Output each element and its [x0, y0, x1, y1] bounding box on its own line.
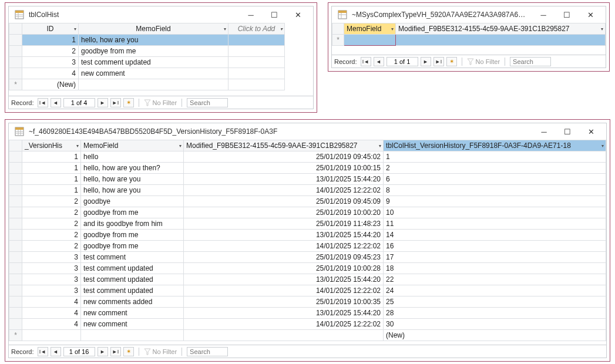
column-header[interactable]: Click to Add▾ [228, 23, 285, 35]
cell-id[interactable]: 9 [384, 196, 606, 207]
cell-memo[interactable] [79, 79, 228, 90]
cell-memo[interactable]: new comment [81, 308, 184, 319]
row-selector[interactable] [9, 263, 22, 274]
cell-version[interactable]: 3 [22, 252, 81, 263]
cell-empty[interactable] [228, 46, 285, 57]
row-selector[interactable] [9, 308, 22, 319]
row-selector[interactable] [9, 230, 22, 241]
cell-id[interactable]: 1 [384, 151, 606, 163]
grid-scroll[interactable]: ID▾MemoField▾Click to Add▾ 1 hello, how … [9, 23, 313, 96]
cell-memo[interactable] [81, 330, 184, 341]
cell-id[interactable]: 8 [384, 185, 606, 196]
table-row[interactable]: 3 test comment updated 13/01/2025 15:44:… [9, 274, 606, 285]
cell-id[interactable]: 24 [384, 285, 606, 296]
nav-next-button[interactable]: ► [421, 57, 431, 66]
row-selector[interactable] [9, 196, 22, 207]
row-selector[interactable] [9, 252, 22, 263]
table-row[interactable]: 4 new comment 14/01/2025 12:22:02 30 [9, 319, 606, 330]
nav-position-input[interactable] [387, 57, 418, 66]
cell-version[interactable]: 2 [22, 218, 81, 230]
nav-first-button[interactable]: I◄ [38, 98, 48, 107]
cell-memo[interactable]: goodbye from me [81, 241, 184, 252]
dropdown-icon[interactable]: ▾ [601, 26, 603, 32]
cell-id[interactable]: 1 [22, 35, 79, 46]
row-selector[interactable] [9, 57, 22, 68]
cell-memo[interactable]: hello, how are you [81, 185, 184, 196]
cell-memo[interactable]: test comment updated [81, 274, 184, 285]
cell-id[interactable]: 18 [384, 263, 606, 274]
cell-version[interactable]: 2 [22, 207, 81, 218]
dropdown-icon[interactable]: ▾ [179, 143, 182, 149]
column-header[interactable]: Modified_F9B5E312-4155-4c59-9AAE-391C1B2… [396, 23, 606, 35]
table-row[interactable]: 1 hello, how are you 14/01/2025 12:22:02… [9, 185, 606, 196]
table-row[interactable]: 3 test comment 25/01/2019 09:45:23 17 [9, 252, 606, 263]
dropdown-icon[interactable]: ▾ [601, 143, 604, 149]
row-selector[interactable] [9, 319, 22, 330]
new-row[interactable]: * [332, 35, 606, 46]
cell-memo[interactable]: goodbye [81, 196, 184, 207]
nav-prev-button[interactable]: ◄ [374, 57, 384, 66]
dropdown-icon[interactable]: ▾ [391, 26, 394, 32]
cell-version[interactable]: 3 [22, 274, 81, 285]
grid-scroll[interactable]: MemoField▾Modified_F9B5E312-4155-4c59-9A… [332, 23, 606, 55]
cell-modified[interactable]: 14/01/2025 12:22:02 [184, 185, 384, 196]
nav-last-button[interactable]: ►I [433, 57, 444, 66]
row-selector[interactable] [9, 285, 22, 296]
cell-memo[interactable]: hello [81, 151, 184, 163]
row-selector[interactable] [9, 163, 22, 174]
nav-next-button[interactable]: ► [98, 98, 108, 107]
row-selector-header[interactable] [332, 23, 344, 35]
row-selector[interactable] [9, 151, 22, 163]
row-selector-header[interactable] [9, 23, 22, 35]
cell-memo[interactable]: new comments added [81, 296, 184, 308]
row-selector-header[interactable] [9, 140, 22, 151]
cell-version[interactable]: 4 [22, 308, 81, 319]
cell-version[interactable] [22, 330, 81, 341]
cell-id[interactable]: 2 [384, 163, 606, 174]
dropdown-icon[interactable]: ▾ [76, 143, 79, 149]
cell-memo[interactable]: goodbye from me [79, 46, 228, 57]
cell-modified[interactable]: 25/01/2019 10:00:35 [184, 296, 384, 308]
cell-memo[interactable]: hello, how are you [81, 174, 184, 185]
column-header[interactable]: MemoField▾ [344, 23, 396, 35]
cell-empty[interactable] [228, 68, 285, 79]
table-row[interactable]: 2 goodbye from me 13/01/2025 15:44:20 14 [9, 230, 606, 241]
cell-empty[interactable] [228, 35, 285, 46]
nav-prev-button[interactable]: ◄ [51, 98, 61, 107]
row-selector[interactable] [9, 274, 22, 285]
grid-scroll[interactable]: _VersionHis▾MemoField▾Modified_F9B5E312-… [9, 140, 606, 345]
cell-id[interactable]: (New) [22, 79, 79, 90]
nav-first-button[interactable]: I◄ [361, 57, 371, 66]
table-row[interactable]: 4 new comment 13/01/2025 15:44:20 28 [9, 308, 606, 319]
cell-id[interactable]: 10 [384, 207, 606, 218]
column-header[interactable]: Modified_F9B5E312-4155-4c59-9AAE-391C1B2… [184, 140, 384, 151]
cell-modified[interactable]: 13/01/2025 15:44:20 [184, 230, 384, 241]
cell-modified[interactable]: 13/01/2025 15:44:20 [184, 308, 384, 319]
cell-modified[interactable]: 13/01/2025 15:44:20 [184, 274, 384, 285]
cell-id[interactable]: 16 [384, 241, 606, 252]
cell-memo[interactable]: test comment updated [79, 57, 228, 68]
cell-empty[interactable] [228, 57, 285, 68]
cell-memo[interactable]: new comment [79, 68, 228, 79]
nav-last-button[interactable]: ►I [110, 347, 121, 356]
column-header[interactable]: ID▾ [22, 23, 79, 35]
table-row[interactable]: 4 new comments added 25/01/2019 10:00:35… [9, 296, 606, 308]
column-header[interactable]: _VersionHis▾ [22, 140, 81, 151]
nav-new-button[interactable]: ✶ [446, 57, 457, 66]
cell-version[interactable]: 2 [22, 196, 81, 207]
new-row[interactable]: * (New) [9, 79, 313, 90]
cell-id[interactable]: 14 [384, 230, 606, 241]
cell-version[interactable]: 2 [22, 241, 81, 252]
cell-id[interactable]: 2 [22, 46, 79, 57]
dropdown-icon[interactable]: ▾ [379, 143, 381, 149]
cell-memo[interactable]: and its goodbye from him [81, 218, 184, 230]
minimize-button[interactable]: ─ [239, 8, 263, 22]
cell-empty[interactable] [228, 79, 285, 90]
cell-id[interactable]: 3 [22, 57, 79, 68]
close-button[interactable]: ✕ [286, 8, 310, 22]
search-input[interactable] [187, 347, 228, 356]
column-header[interactable]: MemoField▾ [79, 23, 228, 35]
nav-first-button[interactable]: I◄ [38, 347, 48, 356]
table-row[interactable]: 1 hello, how are you 13/01/2025 15:44:20… [9, 174, 606, 185]
cell-memo[interactable]: new comment [81, 319, 184, 330]
